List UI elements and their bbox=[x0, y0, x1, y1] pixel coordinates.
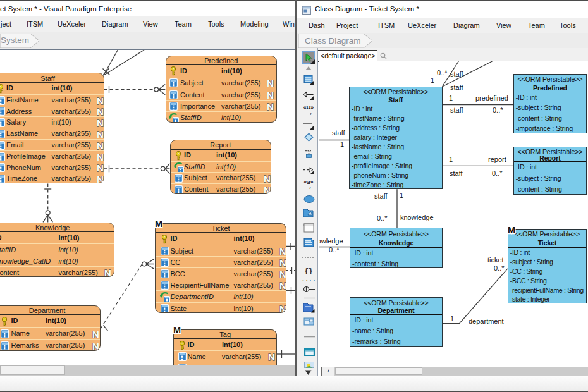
svg-text:N: N bbox=[97, 152, 104, 162]
svg-text:M: M bbox=[508, 225, 515, 235]
svg-text:N: N bbox=[279, 269, 286, 279]
svg-text:N: N bbox=[279, 247, 286, 257]
svg-text:N: N bbox=[92, 329, 99, 340]
svg-text:N: N bbox=[264, 174, 271, 184]
svg-text:M: M bbox=[173, 325, 181, 335]
svg-text:N: N bbox=[97, 118, 104, 128]
svg-text:N: N bbox=[92, 341, 99, 351]
svg-text:N: N bbox=[97, 107, 104, 117]
svg-text:N: N bbox=[97, 130, 104, 140]
svg-text:N: N bbox=[279, 258, 286, 268]
svg-text:N: N bbox=[267, 78, 274, 89]
svg-text:M: M bbox=[155, 219, 162, 229]
svg-text:N: N bbox=[97, 96, 104, 106]
svg-text:N: N bbox=[264, 185, 271, 194]
svg-text:N: N bbox=[267, 102, 274, 112]
svg-text:N: N bbox=[268, 352, 275, 362]
svg-text:N: N bbox=[279, 281, 286, 291]
svg-text:N: N bbox=[267, 90, 274, 101]
svg-text:N: N bbox=[97, 163, 104, 173]
svg-text:N: N bbox=[104, 268, 111, 277]
svg-text:N: N bbox=[97, 141, 104, 151]
